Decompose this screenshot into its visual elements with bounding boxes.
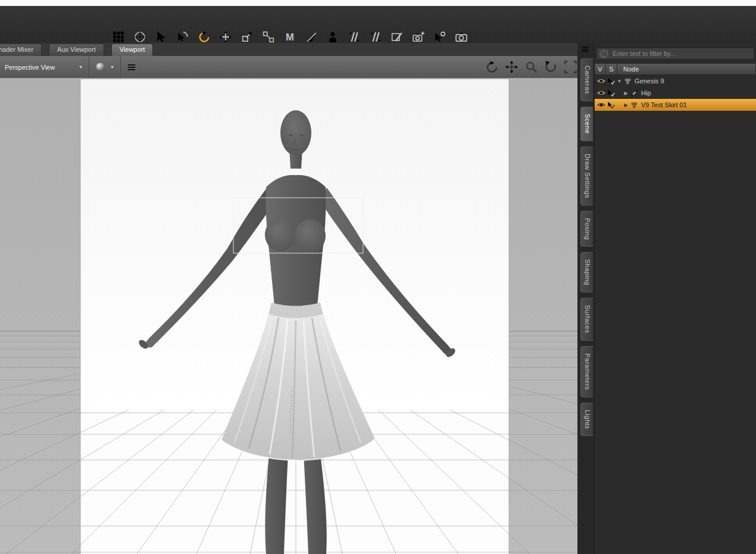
application-window: hader MixerAux ViewportViewport Perspect… <box>0 0 756 554</box>
viewport-toolbar: Perspective View ▼ ▼ <box>0 56 577 79</box>
scene-tree: ▼Genesis 9▶Hip▶V9 Test Skirt 01 <box>595 75 756 111</box>
scene-panel: V S Node ▼Genesis 9▶Hip▶V9 Test Skirt 01 <box>594 43 756 554</box>
tab-viewport[interactable]: Viewport <box>111 43 154 56</box>
node-label: Hip <box>641 89 651 97</box>
tab-aux-viewport[interactable]: Aux Viewport <box>49 43 104 56</box>
panel-options-icon[interactable] <box>581 45 589 54</box>
scene-tree-header: V S Node <box>595 63 756 75</box>
viewport-nav-controls <box>485 60 577 74</box>
side-tab-scene[interactable]: Scene <box>580 107 593 141</box>
column-visibility[interactable]: V <box>595 64 606 74</box>
measure-tool-icon[interactable] <box>348 30 361 43</box>
node-selection-icon[interactable] <box>155 30 168 43</box>
joint-editor-icon[interactable] <box>133 30 146 43</box>
side-tab-draw-settings[interactable]: Draw Settings <box>580 147 593 206</box>
selectable-cursor-icon[interactable] <box>606 101 616 109</box>
active-rotate-tool-icon[interactable] <box>198 30 211 43</box>
side-tab-parameters[interactable]: Parameters <box>580 346 593 397</box>
orbit-icon[interactable] <box>485 60 499 74</box>
draw-style-chevron-icon[interactable]: ▼ <box>110 65 114 69</box>
visibility-eye-icon[interactable] <box>596 77 606 85</box>
side-tab-shaping[interactable]: Shaping <box>580 252 593 292</box>
figure-group-icon <box>623 77 632 85</box>
scene-row-v9-test-skirt-01[interactable]: ▶V9 Test Skirt 01 <box>595 99 756 111</box>
side-tab-cameras[interactable]: Cameras <box>580 58 593 101</box>
chevron-down-icon: ▼ <box>79 65 83 69</box>
selectable-cursor-icon[interactable] <box>606 89 616 97</box>
pane-options-icon[interactable] <box>127 63 136 72</box>
bone-icon <box>629 89 639 97</box>
search-icon[interactable] <box>599 49 608 58</box>
scene-filter-input[interactable] <box>611 49 751 58</box>
rotate-cursor-icon[interactable] <box>176 30 189 43</box>
spin-icon[interactable] <box>543 60 558 74</box>
main-toolbar <box>0 6 756 43</box>
visibility-eye-icon[interactable] <box>596 89 606 97</box>
figure-selection-icon[interactable] <box>326 30 339 43</box>
region-editor-icon[interactable] <box>391 30 404 43</box>
draw-style-sphere-icon[interactable] <box>95 62 105 72</box>
column-node[interactable]: Node <box>617 64 756 74</box>
tool-icons-group <box>112 30 468 43</box>
tab-hader-mixer[interactable]: hader Mixer <box>0 43 42 56</box>
expander-closed-icon[interactable]: ▶ <box>623 91 629 96</box>
visibility-eye-icon[interactable] <box>596 101 606 109</box>
pan-icon[interactable] <box>504 60 518 74</box>
spot-render-icon[interactable] <box>412 30 425 43</box>
node-label: Genesis 9 <box>635 77 664 85</box>
side-tab-strip: CamerasSceneDraw SettingsPosingShapingSu… <box>580 58 594 441</box>
hair-tool-icon[interactable] <box>369 30 382 43</box>
frame-icon[interactable] <box>563 60 577 74</box>
geometry-editor-icon[interactable] <box>305 30 318 43</box>
scene-canvas[interactable] <box>0 78 577 554</box>
viewport-3d[interactable] <box>0 78 577 554</box>
view-selector-label: Perspective View <box>5 64 55 71</box>
side-tab-lights[interactable]: Lights <box>580 403 593 436</box>
node-label: V9 Test Skirt 01 <box>641 101 687 108</box>
universal-translate-icon[interactable] <box>219 30 232 43</box>
node-connections-icon[interactable] <box>262 30 275 43</box>
scene-row-hip[interactable]: ▶Hip <box>595 87 756 99</box>
scene-filter-bar <box>596 48 754 60</box>
column-selectability[interactable]: S <box>606 64 617 74</box>
scale-tool-icon[interactable] <box>240 30 254 43</box>
right-dock: CamerasSceneDraw SettingsPosingShapingSu… <box>577 43 756 554</box>
view-selector-dropdown[interactable]: Perspective View ▼ <box>0 56 89 78</box>
scene-row-genesis-9[interactable]: ▼Genesis 9 <box>595 75 756 87</box>
surface-selection-icon[interactable] <box>283 30 296 43</box>
zoom-icon[interactable] <box>524 60 538 74</box>
pane-tab-bar: hader MixerAux ViewportViewport <box>0 43 577 57</box>
selectable-cursor-icon[interactable] <box>606 77 616 85</box>
pointer-options-icon[interactable] <box>433 30 446 43</box>
expander-closed-icon[interactable]: ▶ <box>623 102 629 108</box>
expander-open-icon[interactable]: ▼ <box>616 79 623 84</box>
viewport-layout-icon[interactable] <box>112 30 125 43</box>
render-icon[interactable] <box>455 30 468 43</box>
side-tab-posing[interactable]: Posing <box>580 211 593 247</box>
figure-group-icon <box>629 101 639 109</box>
side-tab-surfaces[interactable]: Surfaces <box>580 298 593 340</box>
